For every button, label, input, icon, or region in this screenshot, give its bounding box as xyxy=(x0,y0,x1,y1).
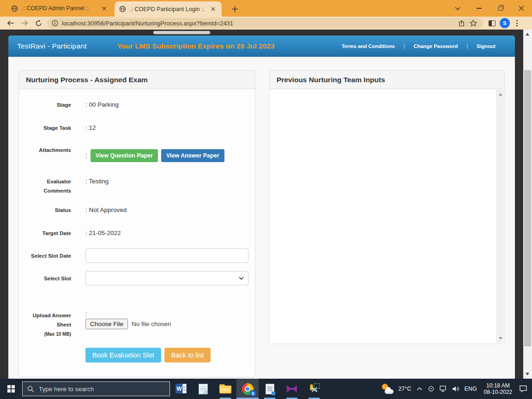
previous-inputs-panel: Previous Nurturing Team Inputs xyxy=(269,70,505,344)
brand-title: TestRavi - Participant xyxy=(17,42,87,50)
evaluator-label-line2: Comments xyxy=(44,188,71,193)
browser-scrollbar-thumb[interactable] xyxy=(524,70,531,346)
scroll-down-icon[interactable] xyxy=(526,373,529,375)
upload-row: Upload Answer Sheet (Max 10 MB) : Choose… xyxy=(19,311,248,339)
site-header: TestRavi - Participant Your LMS Subscrip… xyxy=(8,36,515,57)
tab-coepd-participant[interactable]: .: COEPD Participant Login :. xyxy=(115,1,222,17)
forward-icon[interactable] xyxy=(18,17,31,29)
bookmark-star-icon[interactable] xyxy=(467,18,479,28)
status-label: Status xyxy=(19,206,71,215)
evaluator-comments-value: : Testing xyxy=(85,177,109,195)
taskbar-explorer-button[interactable] xyxy=(214,379,236,399)
previous-inputs-content xyxy=(270,89,504,344)
choose-file-button[interactable]: Choose File xyxy=(85,319,128,329)
target-date-label: Target Date xyxy=(19,229,71,238)
scroll-up-icon[interactable] xyxy=(526,33,529,36)
taskbar-report-app-button[interactable] xyxy=(259,379,281,399)
change-password-link[interactable]: Change Password xyxy=(414,43,458,49)
tab-favicon-globe-icon xyxy=(11,5,18,12)
slot-row: Select Slot xyxy=(19,271,248,285)
subscription-notice: Your LMS Subscription Expires on 29 Jul … xyxy=(117,42,275,50)
back-icon[interactable] xyxy=(4,17,18,29)
action-center-icon[interactable] xyxy=(519,385,527,393)
site-content: Nurturing Process - Assigned Exam Stage … xyxy=(8,57,515,379)
no-file-chosen-text: No file chosen xyxy=(132,319,171,329)
assigned-exam-panel: Nurturing Process - Assigned Exam Stage … xyxy=(18,70,255,377)
config-tools-icon xyxy=(308,383,320,394)
clock-date: 08-10-2022 xyxy=(484,389,512,395)
browser-toolbar: localhost:30956/Participant/NurturingPro… xyxy=(0,17,532,30)
book-evaluation-slot-button[interactable]: Book Evaluation Slot xyxy=(85,348,161,363)
taskbar-search[interactable] xyxy=(22,381,170,396)
terms-link[interactable]: Terms and Conditions xyxy=(342,43,395,49)
upload-max-size-label: (Max 10 MB) xyxy=(44,332,71,337)
attachments-row: Attachments : View Question Paper View A… xyxy=(19,145,248,162)
attachments-colon: : xyxy=(85,151,87,160)
taskbar-word-button[interactable]: W xyxy=(170,379,192,399)
window-minimize-icon[interactable] xyxy=(468,0,490,17)
share-icon[interactable] xyxy=(455,18,467,28)
file-explorer-icon xyxy=(219,384,231,393)
scroll-up-icon[interactable] xyxy=(499,93,502,96)
tab-close-icon[interactable] xyxy=(209,5,217,13)
url-text: localhost:30956/Participant/NurturingPro… xyxy=(62,20,455,27)
slot-date-row: Select Slot Date xyxy=(19,248,248,263)
horizontal-scrollbar-thumb[interactable] xyxy=(153,31,210,34)
weather-icon[interactable] xyxy=(381,384,393,394)
browser-scrollbar[interactable] xyxy=(523,30,532,379)
search-icon xyxy=(27,386,34,393)
search-input[interactable] xyxy=(39,386,145,393)
start-button[interactable] xyxy=(0,379,22,399)
tray-cast-icon[interactable] xyxy=(428,386,435,392)
actions-row: Book Evaluation Slot Back to list xyxy=(19,348,248,363)
language-indicator[interactable]: ENG xyxy=(465,386,477,392)
taskbar-clock[interactable]: 10:18 AM 08-10-2022 xyxy=(482,382,514,395)
view-answer-paper-button[interactable]: View Answer Paper xyxy=(161,149,224,162)
window-menu-chevron-icon[interactable] xyxy=(447,0,468,17)
panel-scrollbar[interactable] xyxy=(496,90,504,343)
upload-label-line2: Sheet xyxy=(57,322,71,327)
temperature-text[interactable]: 27°C xyxy=(399,386,411,392)
window-close-icon[interactable] xyxy=(511,0,532,17)
side-panel-icon[interactable] xyxy=(486,18,498,28)
volume-icon[interactable] xyxy=(452,386,459,392)
taskbar-visual-studio-button[interactable] xyxy=(281,379,303,399)
site-info-icon[interactable] xyxy=(52,20,58,26)
slot-date-input[interactable] xyxy=(85,248,248,263)
document-app-icon xyxy=(266,384,274,394)
back-to-list-button[interactable]: Back to list xyxy=(164,348,211,363)
previous-inputs-panel-title: Previous Nurturing Team Inputs xyxy=(270,71,504,89)
tab-favicon-globe-icon xyxy=(119,6,126,12)
status-row: Status : Not Approved xyxy=(19,206,248,215)
new-tab-icon[interactable] xyxy=(230,4,240,14)
tab-coepd-admin[interactable]: .: COEPD Admin Pannel :. xyxy=(7,0,112,17)
scroll-down-icon[interactable] xyxy=(499,337,502,339)
evaluator-label-line1: Evaluator xyxy=(47,179,71,184)
view-question-paper-button[interactable]: View Question Paper xyxy=(91,149,158,162)
chrome-profile-badge: S xyxy=(250,390,256,397)
upload-colon: : xyxy=(85,311,171,317)
address-bar[interactable]: localhost:30956/Participant/NurturingPro… xyxy=(47,18,483,28)
tray-chevron-up-icon[interactable] xyxy=(417,387,423,391)
signout-link[interactable]: Signout xyxy=(477,43,496,49)
visual-studio-icon xyxy=(286,383,297,394)
browser-menu-icon[interactable] xyxy=(512,20,522,26)
target-date-value: : 21-05-2022 xyxy=(85,229,121,238)
target-date-row: Target Date : 21-05-2022 xyxy=(19,229,248,238)
stage-value: : 00 Parking xyxy=(85,100,119,109)
stage-task-row: Stage Task : 12 xyxy=(19,123,248,133)
taskbar-notepad-button[interactable] xyxy=(192,379,214,399)
windows-logo-icon xyxy=(7,385,15,393)
chrome-icon: S xyxy=(242,383,254,395)
clock-time: 10:18 AM xyxy=(486,382,510,389)
profile-avatar[interactable]: S xyxy=(500,18,510,28)
taskbar-chrome-button[interactable]: S xyxy=(236,379,259,399)
tab-close-icon[interactable] xyxy=(100,5,108,12)
taskbar-config-tools-button[interactable] xyxy=(303,379,325,399)
tab-title: .: COEPD Admin Pannel :. xyxy=(22,5,97,12)
window-restore-icon[interactable] xyxy=(490,0,511,17)
network-icon[interactable] xyxy=(440,386,447,392)
reload-icon[interactable] xyxy=(31,17,45,29)
attachments-label: Attachments xyxy=(19,145,71,155)
slot-select[interactable] xyxy=(85,271,248,285)
